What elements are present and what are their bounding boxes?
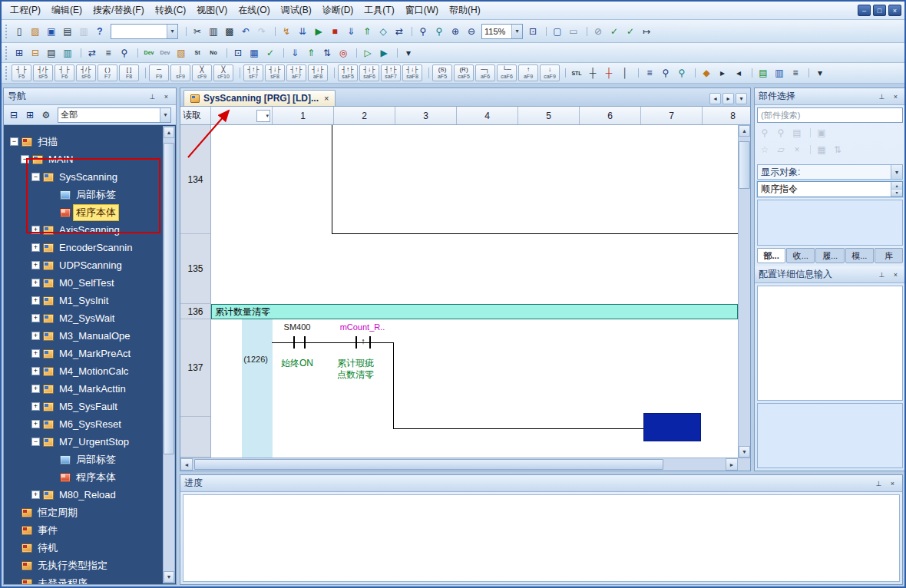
fkey-button[interactable]: ┤↑├ aF7 xyxy=(286,64,306,81)
parts-tab[interactable]: 模... xyxy=(845,248,874,263)
tree-item[interactable]: + EncoderScannin xyxy=(4,239,176,256)
vertical-line-icon[interactable]: │ xyxy=(617,65,633,81)
bookmark-icon[interactable]: ◆ xyxy=(699,65,714,81)
tree-settings-icon[interactable]: ⚙ xyxy=(38,107,54,123)
spin-down-icon[interactable]: ▾ xyxy=(891,190,902,197)
tree-item[interactable]: + M4_MarkActtin xyxy=(4,380,176,398)
combo-arrow-icon[interactable]: ▾ xyxy=(160,108,170,122)
parts-tab[interactable]: 收... xyxy=(786,248,815,263)
check-program-icon[interactable]: ✓ xyxy=(607,24,622,39)
tab-prev-icon[interactable]: ◂ xyxy=(709,93,721,104)
simulation-icon[interactable]: ▷ xyxy=(360,45,375,61)
fkey-button[interactable]: (R) caF5 xyxy=(454,64,474,81)
menu-item[interactable]: 搜索/替换(F) xyxy=(88,1,150,20)
menu-item[interactable]: 工程(P) xyxy=(5,1,46,20)
tree-item[interactable]: + AxisScanning xyxy=(4,221,176,239)
scrollbar-track[interactable] xyxy=(193,458,726,471)
fkey-button[interactable]: ┤ ├ F5 xyxy=(12,64,31,81)
fkey-overflow-icon[interactable]: ▾ xyxy=(812,65,828,81)
monitor-start-icon[interactable]: ▶ xyxy=(311,24,326,39)
parts-tab[interactable]: 部... xyxy=(757,248,785,263)
scrollbar-thumb[interactable] xyxy=(194,459,663,470)
favorites-star-icon[interactable]: ☆ xyxy=(757,142,772,157)
tree-item[interactable]: 待机 xyxy=(4,539,176,557)
comment-display-icon[interactable]: ▭ xyxy=(566,24,581,39)
tree-item[interactable]: 程序本体 xyxy=(4,203,176,221)
editor-horizontal-scrollbar[interactable]: ◄ ► xyxy=(180,458,750,471)
tree-expander-icon[interactable]: − xyxy=(31,173,40,181)
check-all-icon[interactable]: ✓ xyxy=(623,24,638,39)
tree-filter-combo[interactable]: 全部 ▾ xyxy=(58,107,171,123)
find-string-icon[interactable]: ⚲ xyxy=(658,65,673,81)
delete-wire-icon[interactable]: ┼ xyxy=(601,65,617,81)
watch-window-icon[interactable]: ▥ xyxy=(60,45,75,61)
menu-item[interactable]: 编辑(E) xyxy=(46,1,88,20)
tree-item[interactable]: + M80_Reload xyxy=(4,486,176,504)
verify-plc-icon[interactable]: ⇅ xyxy=(319,45,335,61)
tree-expander-icon[interactable]: + xyxy=(31,261,40,269)
fkey-button[interactable]: (S) aF5 xyxy=(432,64,452,81)
new-group-folder-icon[interactable]: ▱ xyxy=(773,142,789,157)
convert-icon[interactable]: ↯ xyxy=(279,24,294,39)
fkey-button[interactable]: ┤↓├ saF8 xyxy=(402,64,422,81)
fkey-button[interactable]: ( ) F7 xyxy=(98,64,117,81)
scrollbar-thumb[interactable] xyxy=(739,141,750,189)
tree-expander-icon[interactable]: − xyxy=(21,155,29,164)
scroll-down-button[interactable]: ▼ xyxy=(739,446,750,458)
tree-expander-icon[interactable]: + xyxy=(31,349,40,358)
menu-item[interactable]: 视图(V) xyxy=(191,1,233,20)
parts-tab[interactable]: 库 xyxy=(875,248,903,263)
remote-operation-icon[interactable]: ◎ xyxy=(336,45,351,61)
tree-item[interactable]: − SysScanning xyxy=(4,168,176,186)
cross-reference-icon[interactable]: ⇄ xyxy=(392,24,407,39)
fkey-button[interactable]: ┤↓├ aF8 xyxy=(308,64,328,81)
close-icon[interactable]: × xyxy=(890,269,901,280)
fkey-button[interactable]: ╳ cF9 xyxy=(192,64,212,81)
menu-item[interactable]: 转换(C) xyxy=(150,1,192,20)
fkey-button[interactable]: ┤/├ sF6 xyxy=(76,64,96,81)
display-format-icon[interactable]: ⊡ xyxy=(230,45,246,61)
pin-icon[interactable]: ⊥ xyxy=(876,269,888,280)
delete-part-icon[interactable]: × xyxy=(789,142,805,157)
fkey-button[interactable]: ┤↑├ saF5 xyxy=(338,64,358,81)
toolbar-grip[interactable] xyxy=(5,25,8,38)
instruction-list-icon[interactable]: STL xyxy=(569,65,584,81)
editor-vertical-scrollbar[interactable]: ▲ ▼ xyxy=(738,125,750,458)
fkey-button[interactable]: ╳ cF10 xyxy=(213,64,233,81)
fkey-button[interactable]: ┤↑├ sF7 xyxy=(243,64,263,81)
menu-item[interactable]: 窗口(W) xyxy=(400,1,444,20)
scrollbar-thumb[interactable] xyxy=(164,143,174,454)
tree-expander-icon[interactable]: + xyxy=(31,385,40,393)
menu-item[interactable]: 调试(B) xyxy=(276,1,317,20)
tree-item[interactable]: + M0_SelfTest xyxy=(4,274,176,292)
redo-icon[interactable]: ↷ xyxy=(254,24,269,39)
tree-expander-icon[interactable]: + xyxy=(31,279,40,287)
ladder-block-icon[interactable]: ▦ xyxy=(246,45,262,61)
tab-close-icon[interactable]: × xyxy=(322,94,329,103)
print-preview-icon[interactable]: ▥ xyxy=(76,24,91,39)
tree-expander-icon[interactable]: + xyxy=(31,243,40,252)
combo-arrow-icon[interactable]: ▾ xyxy=(891,165,902,179)
print-icon[interactable]: ▤ xyxy=(60,24,75,39)
tree-item[interactable]: − MAIN xyxy=(4,150,176,168)
zoom-out-icon[interactable]: ⊖ xyxy=(464,24,479,39)
convert-all-icon[interactable]: ⇊ xyxy=(295,24,310,39)
tree-expander-icon[interactable]: + xyxy=(31,296,40,305)
device-list-icon[interactable]: ≡ xyxy=(101,45,116,61)
menu-item[interactable]: 工具(T) xyxy=(359,1,399,20)
tree-scrollbar[interactable]: ▲ ▼ xyxy=(163,126,175,583)
fkey-button[interactable]: ↓ caF9 xyxy=(540,64,560,81)
fkey-button[interactable]: ┤↓├ sF8 xyxy=(265,64,285,81)
scrollbar-track[interactable] xyxy=(739,137,750,446)
tree-item[interactable]: 程序本体 xyxy=(4,468,176,486)
fkey-button[interactable]: │ sF9 xyxy=(170,64,190,81)
tree-item[interactable]: 局部标签 xyxy=(4,186,176,203)
help-icon[interactable]: ? xyxy=(92,24,107,39)
menu-item[interactable]: 在线(O) xyxy=(233,1,275,20)
scroll-left-button[interactable]: ◄ xyxy=(180,458,193,471)
list-view-icon[interactable]: ▦ xyxy=(814,142,829,157)
open-project-icon[interactable]: ▨ xyxy=(28,24,43,39)
fkey-button[interactable]: [ ] F8 xyxy=(119,64,139,81)
part-place-icon[interactable]: ▣ xyxy=(814,125,829,140)
parts-tab[interactable]: 履... xyxy=(815,248,844,263)
